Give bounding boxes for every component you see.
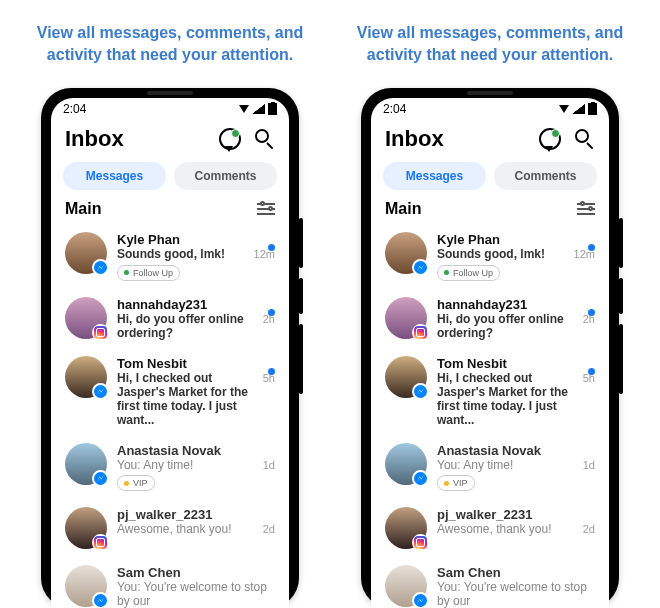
thread-name: Kyle Phan <box>117 232 275 247</box>
phone-screen: 2:04InboxMessagesCommentsMainKyle PhanSo… <box>371 98 609 608</box>
messenger-badge-icon <box>92 259 109 276</box>
thread-row[interactable]: Kyle PhanSounds good, lmk!12mFollow Up <box>371 224 609 289</box>
phone-frame: 2:04InboxMessagesCommentsMainKyle PhanSo… <box>41 88 299 608</box>
avatar <box>65 356 107 398</box>
tab-comments[interactable]: Comments <box>494 162 597 190</box>
tab-comments[interactable]: Comments <box>174 162 277 190</box>
thread-preview: You: You're welcome to stop by our <box>437 580 589 608</box>
thread-time: 2d <box>263 523 275 535</box>
thread-row[interactable]: Anastasia NovakYou: Any time!1dVIP <box>371 435 609 500</box>
signal-icon <box>252 104 265 114</box>
tab-messages[interactable]: Messages <box>63 162 166 190</box>
search-icon[interactable] <box>575 129 595 149</box>
avatar <box>65 443 107 485</box>
battery-icon <box>588 103 597 115</box>
showcase-column-left: View all messages, comments, and activit… <box>20 22 320 608</box>
thread-tag: VIP <box>117 475 155 491</box>
section-title: Main <box>385 200 421 218</box>
thread-row[interactable]: Sam ChenYou: You're welcome to stop by o… <box>371 557 609 608</box>
instagram-badge-icon <box>412 324 429 341</box>
avatar <box>65 507 107 549</box>
thread-preview: Hi, do you offer online ordering? <box>437 312 577 340</box>
tab-messages[interactable]: Messages <box>383 162 486 190</box>
avatar <box>65 565 107 607</box>
chat-activity-icon[interactable] <box>219 128 241 150</box>
messenger-badge-icon <box>92 592 109 608</box>
section-header: Main <box>51 200 289 224</box>
phone-screen: 2:04InboxMessagesCommentsMainKyle PhanSo… <box>51 98 289 608</box>
status-bar: 2:04 <box>371 98 609 120</box>
caption-text: View all messages, comments, and activit… <box>340 22 640 66</box>
thread-row[interactable]: pj_walker_2231Awesome, thank you!2d <box>371 499 609 557</box>
thread-tag: Follow Up <box>437 265 500 281</box>
instagram-badge-icon <box>92 324 109 341</box>
thread-row[interactable]: pj_walker_2231Awesome, thank you!2d <box>51 499 289 557</box>
thread-row[interactable]: Kyle PhanSounds good, lmk!12mFollow Up <box>51 224 289 289</box>
thread-preview: Hi, I checked out Jasper's Market for th… <box>117 371 257 427</box>
thread-name: pj_walker_2231 <box>117 507 275 522</box>
chat-activity-icon[interactable] <box>539 128 561 150</box>
title-bar: Inbox <box>371 120 609 162</box>
messenger-badge-icon <box>412 259 429 276</box>
filter-icon[interactable] <box>257 203 275 215</box>
thread-name: Tom Nesbit <box>117 356 275 371</box>
thread-name: Sam Chen <box>117 565 275 580</box>
thread-list: Kyle PhanSounds good, lmk!12mFollow Upha… <box>51 224 289 608</box>
thread-row[interactable]: Sam ChenYou: You're welcome to stop by o… <box>51 557 289 608</box>
unread-indicator-icon <box>268 244 275 251</box>
messenger-badge-icon <box>92 470 109 487</box>
battery-icon <box>268 103 277 115</box>
thread-row[interactable]: Tom NesbitHi, I checked out Jasper's Mar… <box>51 348 289 435</box>
thread-row[interactable]: Tom NesbitHi, I checked out Jasper's Mar… <box>371 348 609 435</box>
app-showcase: View all messages, comments, and activit… <box>0 0 660 608</box>
messenger-badge-icon <box>412 383 429 400</box>
search-icon[interactable] <box>255 129 275 149</box>
unread-indicator-icon <box>588 368 595 375</box>
status-icons <box>559 103 597 115</box>
avatar <box>65 232 107 274</box>
avatar <box>385 297 427 339</box>
avatar <box>385 565 427 607</box>
tab-bar: MessagesComments <box>51 162 289 200</box>
showcase-column-right: View all messages, comments, and activit… <box>340 22 640 608</box>
thread-time: 1d <box>263 459 275 471</box>
avatar <box>385 507 427 549</box>
thread-name: hannahday231 <box>117 297 275 312</box>
status-icons <box>239 103 277 115</box>
thread-time: 2d <box>583 523 595 535</box>
thread-row[interactable]: hannahday231Hi, do you offer online orde… <box>51 289 289 348</box>
phone-frame: 2:04InboxMessagesCommentsMainKyle PhanSo… <box>361 88 619 608</box>
thread-name: hannahday231 <box>437 297 595 312</box>
signal-icon <box>572 104 585 114</box>
unread-indicator-icon <box>588 309 595 316</box>
messenger-badge-icon <box>412 470 429 487</box>
thread-preview: Awesome, thank you! <box>437 522 552 536</box>
avatar <box>385 443 427 485</box>
thread-list: Kyle PhanSounds good, lmk!12mFollow Upha… <box>371 224 609 608</box>
status-bar: 2:04 <box>51 98 289 120</box>
thread-name: Sam Chen <box>437 565 595 580</box>
caption-text: View all messages, comments, and activit… <box>20 22 320 66</box>
thread-row[interactable]: hannahday231Hi, do you offer online orde… <box>371 289 609 348</box>
thread-tag: Follow Up <box>117 265 180 281</box>
filter-icon[interactable] <box>577 203 595 215</box>
thread-preview: Sounds good, lmk! <box>437 247 545 261</box>
wifi-icon <box>239 105 249 113</box>
avatar <box>65 297 107 339</box>
unread-indicator-icon <box>588 244 595 251</box>
status-time: 2:04 <box>383 102 406 116</box>
thread-preview: Sounds good, lmk! <box>117 247 225 261</box>
thread-name: Anastasia Novak <box>117 443 275 458</box>
instagram-badge-icon <box>92 534 109 551</box>
thread-name: Tom Nesbit <box>437 356 595 371</box>
avatar <box>385 356 427 398</box>
thread-tag: VIP <box>437 475 475 491</box>
messenger-badge-icon <box>92 383 109 400</box>
section-header: Main <box>371 200 609 224</box>
status-time: 2:04 <box>63 102 86 116</box>
thread-preview: Hi, I checked out Jasper's Market for th… <box>437 371 577 427</box>
title-bar: Inbox <box>51 120 289 162</box>
page-title: Inbox <box>385 126 444 152</box>
thread-row[interactable]: Anastasia NovakYou: Any time!1dVIP <box>51 435 289 500</box>
thread-preview: Awesome, thank you! <box>117 522 232 536</box>
